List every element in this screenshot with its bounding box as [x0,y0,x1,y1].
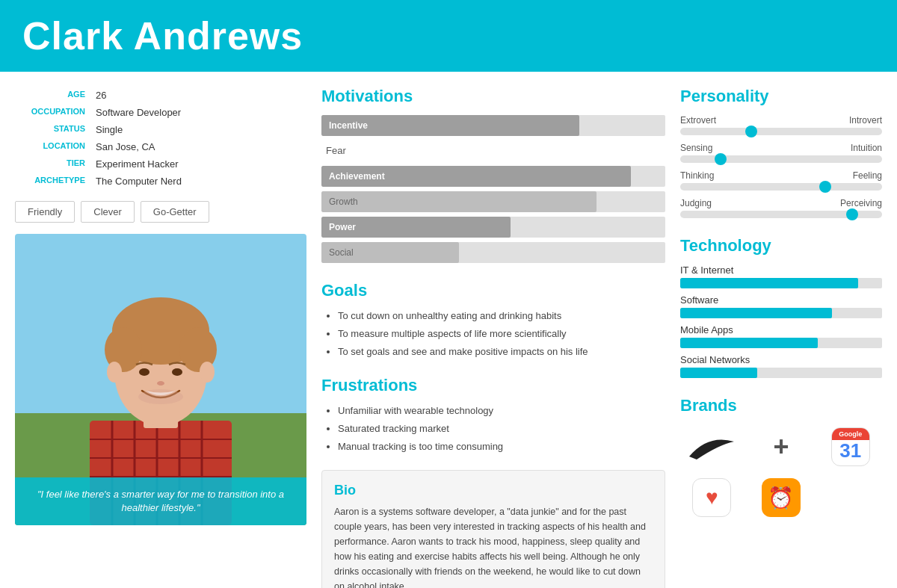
motivation-fear: Fear [321,140,665,161]
motivation-power: Power [321,217,665,238]
motivation-incentive: Incentive [321,115,665,136]
brands-grid: + Google 31 ♥ [680,424,882,520]
brands-section: Brands + Google 31 [680,396,882,520]
goal-item: To cut down on unhealthy eating and drin… [338,309,665,323]
brand-alarm: ⏰ [750,475,813,520]
frustrations-list: Unfamiliar with wearable technology Satu… [321,404,665,454]
technology-section: Technology IT & Internet Software Mobile… [680,236,882,378]
tech-social: Social Networks [680,354,882,378]
brand-google-cal: Google 31 [819,424,882,469]
personality-title: Personality [680,87,882,106]
brand-health: ♥ [680,475,744,520]
motivations-title: Motivations [321,87,665,106]
frustrations-section: Frustrations Unfamiliar with wearable te… [321,376,665,454]
tech-soc-label: Social Networks [680,354,882,365]
tech-it-internet: IT & Internet [680,264,882,288]
fear-label: Fear [321,140,665,161]
profile-photo: "I feel like there's a smarter way for m… [15,234,306,525]
tech-mob-bar [680,338,882,348]
occupation-value: Software Developer [90,104,306,121]
personality-row-sn: Sensing Intuition [680,143,882,163]
sn-indicator [715,153,727,165]
bio-title: Bio [334,483,653,498]
goal-item: To set goals and see and make positive i… [338,345,665,359]
tech-software: Software [680,294,882,318]
intuition-label: Intuition [851,143,882,153]
tech-it-label: IT & Internet [680,264,882,276]
svg-point-21 [200,362,215,383]
tech-mobile: Mobile Apps [680,324,882,348]
thinking-label: Thinking [680,170,714,181]
trait-friendly[interactable]: Friendly [15,201,75,223]
judging-label: Judging [680,198,712,208]
goals-list: To cut down on unhealthy eating and drin… [321,309,665,359]
frustration-item: Saturated tracking market [338,422,665,436]
tf-track [680,183,882,191]
svg-point-18 [172,368,182,376]
header: Clark Andrews [0,0,897,72]
photo-caption: "I feel like there's a smarter way for m… [15,477,306,525]
bio-text: Aaron is a systems software developer, a… [334,504,653,588]
svg-point-20 [107,362,122,383]
sensing-label: Sensing [680,143,712,153]
svg-point-22 [138,389,183,404]
tech-mob-label: Mobile Apps [680,324,882,335]
trait-clever[interactable]: Clever [81,201,135,223]
achievement-label: Achievement [329,171,385,182]
introvert-label: Introvert [849,115,882,126]
tech-sw-bar [680,308,882,318]
motivation-achievement: Achievement [321,166,665,187]
trait-gogetter[interactable]: Go-Getter [141,201,209,223]
personality-row-jp: Judging Perceiving [680,198,882,218]
bio-section: Bio Aaron is a systems software develope… [321,470,665,588]
cal-header: Google [832,428,869,440]
motivations-section: Motivations Incentive Fear Achievement [321,87,665,263]
goal-item: To measure multiple aspects of life more… [338,327,665,341]
age-label: AGE [15,87,90,104]
left-column: AGE 26 OCCUPATION Software Developer STA… [15,87,306,588]
frustration-item: Manual tracking is too time consuming [338,440,665,454]
plus-icon: + [773,431,789,462]
sn-track [680,155,882,163]
personality-row-ei: Extrovert Introvert [680,115,882,135]
right-column: Personality Extrovert Introvert Sensing … [680,87,882,588]
perceiving-label: Perceiving [840,198,882,208]
frustration-item: Unfamiliar with wearable technology [338,404,665,418]
traits-container: Friendly Clever Go-Getter [15,201,306,223]
ei-indicator [745,126,757,137]
feeling-label: Feeling [853,170,882,181]
heart-icon-wrapper: ♥ [692,478,731,517]
archetype-label: ARCHETYPE [15,173,90,190]
goals-title: Goals [321,281,665,300]
brand-plus: + [750,424,813,469]
jp-track [680,211,882,218]
heart-icon: ♥ [706,486,718,510]
middle-column: Motivations Incentive Fear Achievement [321,87,665,588]
brand-nike [680,424,744,469]
power-label: Power [329,222,356,232]
ei-track [680,128,882,135]
archetype-value: The Computer Nerd [90,173,306,190]
brands-title: Brands [680,396,882,415]
jp-indicator [846,208,858,220]
profile-info: AGE 26 OCCUPATION Software Developer STA… [15,87,306,190]
tech-it-bar [680,278,882,288]
location-label: LOCATION [15,138,90,155]
goals-section: Goals To cut down on unhealthy eating an… [321,281,665,359]
technology-title: Technology [680,236,882,256]
status-value: Single [90,121,306,138]
cal-number: 31 [832,439,869,462]
tf-indicator [819,181,831,193]
status-label: STATUS [15,121,90,138]
alarm-icon-wrapper: ⏰ [762,478,801,517]
svg-point-19 [157,381,164,386]
age-value: 26 [90,87,306,104]
tier-value: Experiment Hacker [90,155,306,173]
main-content: AGE 26 OCCUPATION Software Developer STA… [0,72,897,588]
personality-row-tf: Thinking Feeling [680,170,882,191]
tech-sw-label: Software [680,294,882,306]
occupation-label: OCCUPATION [15,104,90,121]
tech-soc-bar [680,368,882,378]
incentive-label: Incentive [329,120,368,131]
location-value: San Jose, CA [90,138,306,155]
